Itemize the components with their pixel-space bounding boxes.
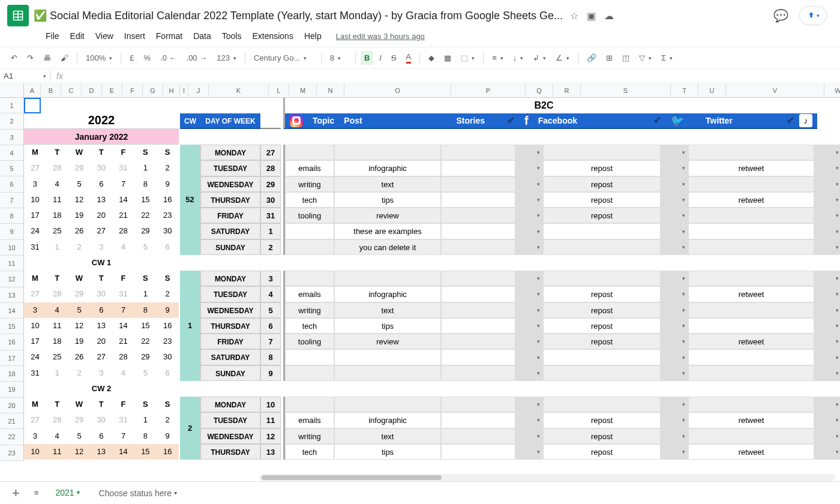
data-cell[interactable] [543,397,661,412]
data-cell[interactable] [688,223,814,239]
data-cell[interactable]: tips [334,318,441,334]
date-cell[interactable]: 6 [260,318,281,334]
col-header-P[interactable]: P [451,83,526,97]
dropdown-cell[interactable] [661,192,688,208]
col-header-R[interactable]: R [553,83,581,97]
dow-cell[interactable]: SUNDAY [200,365,260,381]
dow-cell[interactable]: MONDAY [200,271,260,286]
mini-cal-day[interactable]: 13 [90,318,112,334]
dropdown-cell[interactable] [814,412,840,428]
bold-button[interactable]: B [361,51,373,65]
dropdown-cell[interactable] [814,192,840,208]
dropdown-cell[interactable] [661,444,688,460]
row-header-12[interactable]: 12 [0,271,24,287]
dow-cell[interactable]: SATURDAY [200,223,260,239]
mini-cal-day[interactable]: 21 [112,208,134,223]
paint-format-button[interactable]: 🖌 [57,51,72,65]
data-cell[interactable] [543,349,661,365]
percent-button[interactable]: % [140,51,154,65]
mini-cal-day[interactable]: 30 [157,223,179,239]
mini-cal-day[interactable]: 6 [90,302,112,318]
mini-cal-day[interactable]: 3 [24,428,46,444]
mini-cal-day[interactable]: 16 [157,318,179,334]
date-cell[interactable]: 30 [260,192,281,208]
data-cell[interactable]: repost [543,160,661,176]
dropdown-cell[interactable] [814,286,840,302]
date-cell[interactable]: 2 [260,239,281,255]
last-edit-link[interactable]: Last edit was 3 hours ago [336,32,425,41]
mini-cal-day[interactable]: 29 [68,412,91,428]
data-cell[interactable] [543,239,661,255]
mini-cal-day[interactable]: 8 [134,428,157,444]
data-cell[interactable] [285,365,334,381]
mini-cal-day[interactable]: 1 [46,365,68,381]
data-cell[interactable]: text [334,428,441,444]
mini-cal-day[interactable]: 6 [90,176,112,192]
mini-cal-day[interactable]: 18 [46,334,68,349]
dropdown-cell[interactable] [515,176,543,192]
row-header-10[interactable]: 10 [0,240,24,256]
data-cell[interactable]: these are examples [334,223,441,239]
mini-cal-day[interactable]: 25 [46,349,68,365]
dow-cell[interactable]: WEDNESDAY [200,428,260,444]
mini-cal-day[interactable]: 27 [24,286,46,302]
data-cell[interactable] [334,271,441,286]
data-cell[interactable]: repost [543,176,661,192]
col-header-U[interactable]: U [698,83,726,97]
row-header-21[interactable]: 21 [0,413,24,429]
dropdown-cell[interactable] [515,145,543,160]
mini-cal-day[interactable]: 3 [90,239,112,255]
mini-cal-day[interactable]: 5 [68,428,91,444]
mini-cal-day[interactable]: 12 [68,444,91,460]
col-header-Q[interactable]: Q [526,83,553,97]
mini-cal-day[interactable]: 31 [112,160,134,176]
dropdown-cell[interactable] [814,444,840,460]
dropdown-cell[interactable] [515,412,543,428]
tiktok-header[interactable]: ♪ [799,113,817,129]
data-cell[interactable]: tech [285,444,334,460]
data-cell[interactable] [441,145,515,160]
dropdown-cell[interactable] [814,239,840,255]
row-header-19[interactable]: 19 [0,382,24,397]
dropdown-cell[interactable] [814,318,840,334]
dropdown-cell[interactable] [515,365,543,381]
mini-cal-day[interactable]: 29 [68,286,91,302]
data-cell[interactable]: retweet [688,334,814,349]
data-cell[interactable]: repost [543,318,661,334]
dropdown-cell[interactable] [814,428,840,444]
data-cell[interactable] [688,349,814,365]
data-cell[interactable] [688,145,814,160]
mini-cal-day[interactable]: 19 [68,334,91,349]
data-cell[interactable] [285,349,334,365]
data-cell[interactable] [543,145,661,160]
data-cell[interactable]: repost [543,208,661,223]
decrease-decimal-button[interactable]: .0 ← [157,51,180,65]
mini-cal-day[interactable]: 7 [112,176,134,192]
instagram-header[interactable]: Topic Post Stories ✔ [283,113,520,129]
mini-cal-day[interactable]: 1 [134,286,157,302]
mini-cal-day[interactable]: 18 [46,208,68,223]
mini-cal-day[interactable]: 11 [46,192,68,208]
mini-cal-day[interactable]: 3 [90,365,112,381]
dropdown-cell[interactable] [661,302,688,318]
data-cell[interactable]: text [334,176,441,192]
col-header-I[interactable]: I [180,83,188,97]
wrap-button[interactable]: ↲ [529,51,550,65]
mini-cal-day[interactable]: 5 [68,176,91,192]
data-cell[interactable]: repost [543,428,661,444]
dow-cell[interactable]: WEDNESDAY [200,302,260,318]
mini-cal-day[interactable]: 29 [134,223,157,239]
mini-cal-day[interactable]: 31 [24,239,46,255]
data-cell[interactable] [441,286,515,302]
row-header-6[interactable]: 6 [0,176,24,192]
mini-cal-day[interactable]: 5 [134,365,157,381]
mini-cal-day[interactable]: 5 [68,302,91,318]
row-header-15[interactable]: 15 [0,319,24,334]
col-header-L[interactable]: L [269,83,289,97]
data-cell[interactable] [441,412,515,428]
col-header-H[interactable]: H [163,83,180,97]
row-header-23[interactable]: 23 [0,445,24,461]
mini-cal-day[interactable]: 29 [134,349,157,365]
mini-cal-day[interactable]: 30 [90,160,112,176]
col-header-C[interactable]: C [61,83,82,97]
